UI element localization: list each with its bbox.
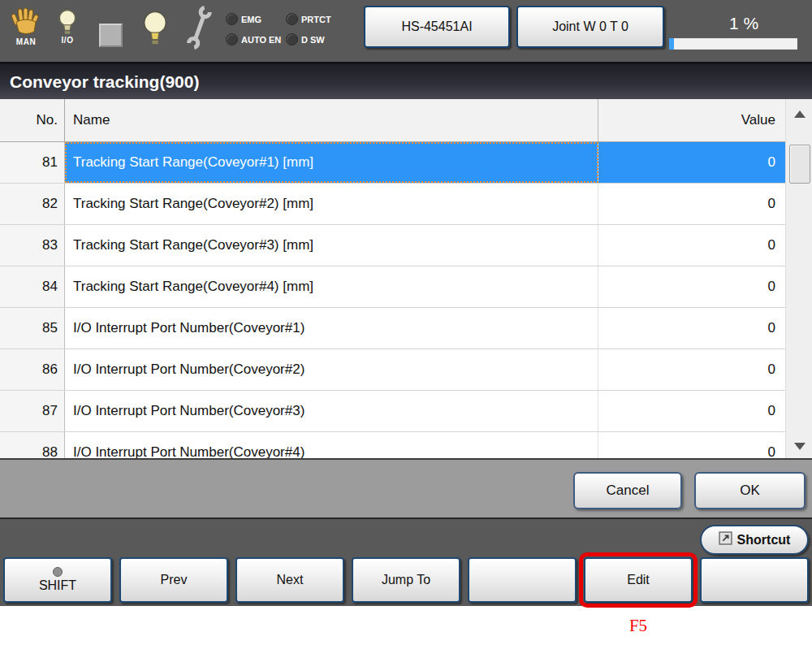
- ok-button[interactable]: OK: [694, 472, 806, 509]
- column-header-value: Value: [598, 99, 785, 141]
- teach-pendant-screen: MAN I/O: [0, 0, 812, 645]
- function-key-empty-7[interactable]: [700, 557, 809, 603]
- shortcut-label: Shortcut: [737, 533, 791, 548]
- row-value-cell: 0: [598, 225, 785, 266]
- stop-square-icon: [99, 24, 123, 47]
- function-key-label: SHIFT: [39, 578, 76, 593]
- row-value-cell: 0: [598, 349, 785, 390]
- row-name-cell: Tracking Start Range(Coveyor#3) [mm]: [65, 225, 598, 266]
- status-bar: MAN I/O: [0, 0, 812, 64]
- table-content: No. Name Value 81 Tracking Start Range(C…: [0, 99, 785, 458]
- row-name-cell: I/O Interrupt Port Number(Coveyor#3): [65, 391, 598, 431]
- row-value-cell: 0: [598, 432, 785, 460]
- table-row-87[interactable]: 87 I/O Interrupt Port Number(Coveyor#3) …: [0, 391, 785, 432]
- row-name-cell: Tracking Start Range(Coveyor#1) [mm]: [65, 142, 598, 183]
- cancel-button[interactable]: Cancel: [573, 472, 682, 509]
- dialog-button-band: Cancel OK: [0, 460, 812, 519]
- table-body: 81 Tracking Start Range(Coveyor#1) [mm] …: [0, 142, 785, 460]
- prtct-label: PRTCT: [301, 15, 331, 24]
- indicator-column-right: PRTCT D SW: [286, 11, 331, 47]
- d-sw-lamp-icon: [286, 33, 298, 45]
- shortcut-button[interactable]: Shortcut: [700, 525, 809, 555]
- row-name-cell: I/O Interrupt Port Number(Coveyor#4): [65, 432, 598, 460]
- row-name-cell: I/O Interrupt Port Number(Coveyor#2): [65, 349, 598, 390]
- wrench-icon: [184, 5, 216, 52]
- row-value-cell: 0: [598, 308, 785, 348]
- table-row-86[interactable]: 86 I/O Interrupt Port Number(Coveyor#2) …: [0, 349, 785, 391]
- auto-en-indicator: AUTO EN: [226, 32, 281, 47]
- row-number-cell: 84: [0, 266, 65, 307]
- emg-label: EMG: [241, 15, 261, 24]
- coordinate-mode-button[interactable]: Joint W 0 T 0: [516, 6, 664, 48]
- robot-type-button[interactable]: HS-45451AI: [364, 6, 510, 48]
- table-row-84[interactable]: 84 Tracking Start Range(Coveyor#4) [mm] …: [0, 266, 785, 308]
- d-sw-label: D SW: [301, 35, 325, 45]
- emg-lamp-icon: [226, 13, 238, 25]
- parameter-table: No. Name Value 81 Tracking Start Range(C…: [0, 99, 812, 460]
- scroll-down-icon[interactable]: [794, 443, 806, 450]
- page-title: Conveyor tracking(900): [0, 64, 812, 99]
- row-name-cell: I/O Interrupt Port Number(Coveyor#1): [65, 308, 598, 348]
- scrollbar-thumb[interactable]: [789, 145, 810, 184]
- lamp-icon: [140, 10, 171, 47]
- row-value-cell: 0: [598, 266, 785, 307]
- row-number-cell: 88: [0, 432, 65, 460]
- row-number-cell: 86: [0, 349, 65, 390]
- io-lamp: I/O: [54, 8, 81, 45]
- speed-progress-bar: [669, 38, 797, 50]
- row-name-cell: Tracking Start Range(Coveyor#2) [mm]: [65, 184, 598, 224]
- table-header-row: No. Name Value: [0, 99, 785, 142]
- function-key-row: SHIFT Prev Next Jump To Edit: [0, 557, 812, 603]
- shortcut-icon: [719, 531, 732, 548]
- table-row-81[interactable]: 81 Tracking Start Range(Coveyor#1) [mm] …: [0, 142, 785, 184]
- prtct-indicator: PRTCT: [286, 11, 331, 27]
- function-key-label: Next: [277, 573, 304, 587]
- function-key-band: Shortcut SHIFT Prev Next Jump To Edit: [0, 519, 812, 606]
- row-number-cell: 87: [0, 391, 65, 431]
- function-key-shift[interactable]: SHIFT: [3, 557, 112, 603]
- d-sw-indicator: D SW: [286, 32, 331, 47]
- function-key-jump-to[interactable]: Jump To: [352, 557, 460, 603]
- scroll-up-icon[interactable]: [794, 110, 806, 118]
- row-number-cell: 85: [0, 308, 65, 348]
- row-value-cell: 0: [598, 142, 785, 183]
- prtct-lamp-icon: [286, 13, 298, 25]
- table-row-82[interactable]: 82 Tracking Start Range(Coveyor#2) [mm] …: [0, 184, 785, 225]
- table-row-83[interactable]: 83 Tracking Start Range(Coveyor#3) [mm] …: [0, 225, 785, 266]
- function-key-label: Prev: [161, 573, 188, 587]
- function-key-empty-5[interactable]: [468, 557, 577, 603]
- auto-en-label: AUTO EN: [241, 35, 281, 45]
- column-header-name: Name: [65, 99, 598, 141]
- function-key-label: Edit: [627, 573, 650, 587]
- table-row-88[interactable]: 88 I/O Interrupt Port Number(Coveyor#4) …: [0, 432, 785, 460]
- table-row-85[interactable]: 85 I/O Interrupt Port Number(Coveyor#1) …: [0, 308, 785, 349]
- function-key-label: Jump To: [382, 573, 430, 587]
- function-key-edit[interactable]: Edit: [584, 557, 693, 603]
- row-number-cell: 81: [0, 142, 65, 183]
- row-number-cell: 82: [0, 184, 65, 224]
- row-number-cell: 83: [0, 225, 65, 266]
- column-header-no: No.: [0, 99, 65, 141]
- speed-percent-label: 1 %: [695, 14, 793, 33]
- row-name-cell: Tracking Start Range(Coveyor#4) [mm]: [65, 266, 598, 307]
- emg-indicator: EMG: [226, 11, 281, 27]
- speed-progress-fill: [669, 38, 674, 50]
- row-value-cell: 0: [598, 391, 785, 431]
- vertical-scrollbar[interactable]: [785, 99, 812, 458]
- manual-mode-indicator: MAN: [10, 6, 42, 46]
- function-key-prev[interactable]: Prev: [119, 557, 228, 603]
- shift-lamp-icon: [53, 567, 63, 577]
- row-value-cell: 0: [598, 184, 785, 224]
- function-key-next[interactable]: Next: [235, 557, 344, 603]
- auto-en-lamp-icon: [226, 33, 238, 45]
- function-key-annotation: F5: [580, 616, 697, 636]
- indicator-column-left: EMG AUTO EN: [226, 11, 281, 47]
